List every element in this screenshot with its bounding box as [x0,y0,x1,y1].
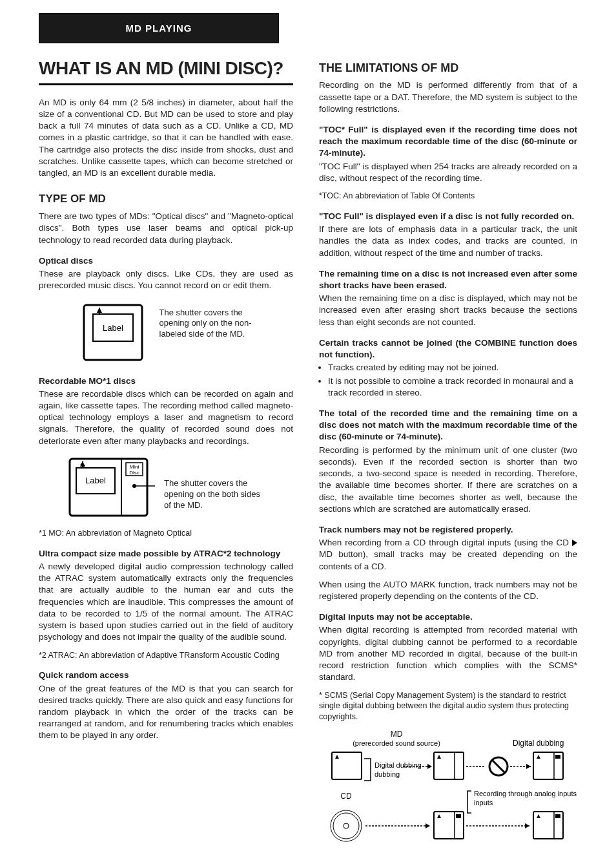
toc-not-full-heading: "TOC Full" is displayed even if a disc i… [319,211,577,222]
quick-body: One of the great features of the MD is t… [39,683,293,742]
optical-heading: Optical discs [39,255,293,267]
footnote-atrac: *2 ATRAC: An abbreviation of Adaptive TR… [39,650,293,661]
combine-bullet-2: It is not possible to combine a track re… [328,375,577,399]
main-title: WHAT IS AN MD (MINI DISC)? [39,56,293,81]
scms-note: * SCMS (Serial Copy Management System) i… [319,690,577,723]
remaining-body: When the remaining time on a disc is dis… [319,293,577,328]
svg-marker-24 [427,764,432,769]
svg-text:Digital dubbing: Digital dubbing [375,761,422,769]
svg-marker-32 [526,764,531,769]
svg-line-30 [492,760,505,773]
toc-not-full-body: If there are lots of emphasis data in a … [319,224,577,259]
track-body2: When using the AUTO MARK function, track… [319,579,577,602]
intro-paragraph: An MD is only 64 mm (2 5/8 inches) in di… [39,97,293,180]
optical-diagram: Label The shutter covers the opening onl… [39,299,293,366]
recordable-body: These are recordable discs which can be … [39,388,293,447]
quick-heading: Quick random access [39,669,293,681]
svg-point-11 [132,484,136,488]
optical-body: These are playback only discs. Like CDs,… [39,268,293,291]
digital-body: When digital recording is attempted from… [319,624,577,683]
digital-heading: Digital inputs may not be acceptable. [319,611,577,623]
optical-disc-svg: Label [76,299,150,366]
svg-rect-54 [555,814,560,818]
svg-marker-4 [97,308,102,313]
track-body1-suffix: MD button), small tracks may be created … [319,549,577,571]
total-heading: The total of the recorded time and the r… [319,408,577,443]
svg-marker-20 [335,755,339,759]
toc-full-heading: "TOC* Full" is displayed even if the rec… [319,124,577,160]
diag2-label-text: Label [85,476,106,485]
svg-marker-50 [525,823,529,828]
type-intro: There are two types of MDs: "Optical dis… [39,211,293,246]
svg-point-42 [344,823,349,828]
remaining-heading: The remaining time on a disc is not incr… [319,268,577,291]
svg-text:inputs: inputs [474,799,493,806]
right-column: THE LIMITATIONS OF MD Recording on the M… [319,56,577,861]
svg-rect-48 [456,814,461,818]
scms-diagram: MD (prerecorded sound source) Digital du… [319,729,577,855]
svg-text:Digital dubbing: Digital dubbing [513,739,564,748]
svg-text:CD: CD [340,792,352,801]
title-underline [39,83,293,85]
limitations-intro: Recording on the MD is performed differe… [319,79,577,115]
svg-rect-36 [555,755,560,759]
total-body: Recording is performed by the minimum un… [319,445,577,515]
combine-bullet-1: Tracks created by editing may not be joi… [328,362,577,374]
svg-marker-44 [426,823,430,828]
section-tab: MD PLAYING [39,13,279,43]
track-heading: Track numbers may not be registered prop… [319,524,577,536]
track-body1-prefix: When recording from a CD through digital… [319,538,572,547]
svg-marker-27 [437,755,441,759]
svg-text:MD: MD [391,730,403,739]
combine-bullets: Tracks created by editing may not be joi… [319,362,577,399]
left-column: WHAT IS AN MD (MINI DISC)? An MD is only… [39,56,293,861]
recordable-heading: Recordable MO*1 discs [39,375,293,387]
svg-text:dubbing: dubbing [375,770,400,778]
limitations-title: THE LIMITATIONS OF MD [319,60,577,76]
atrac-body: A newly developed digital audio compress… [39,561,293,644]
recordable-disc-svg: Label Mini Disc [65,454,155,522]
svg-marker-47 [437,814,441,818]
svg-marker-35 [537,755,540,759]
diag1-label-text: Label [103,323,123,333]
svg-text:(prerecorded sound source): (prerecorded sound source) [353,739,440,747]
atrac-heading: Ultra compact size made possible by ATRA… [39,548,293,560]
toc-note: *TOC: An abbreviation of Table Of Conten… [319,191,577,202]
recordable-diagram: Label Mini Disc The shutter covers the o… [39,454,293,522]
svg-marker-15 [80,461,85,467]
play-icon [572,540,577,546]
svg-text:Disc: Disc [129,470,139,476]
footnote-mo: *1 MO: An abbreviation of Magneto Optica… [39,528,293,539]
combine-heading: Certain tracks cannot be joined (the COM… [319,337,577,361]
svg-text:Mini: Mini [130,464,139,470]
svg-marker-53 [537,814,540,818]
toc-full-body: "TOC Full" is displayed when 254 tracks … [319,161,577,184]
type-heading: TYPE OF MD [39,192,293,207]
svg-point-41 [333,813,359,839]
track-body1: When recording from a CD through digital… [319,537,577,573]
svg-point-40 [331,810,362,841]
diag1-caption: The shutter covers the opening only on t… [159,299,256,341]
scms-diagram-svg: MD (prerecorded sound source) Digital du… [319,729,577,852]
diag2-caption: The shutter covers the opening on the bo… [164,454,267,511]
svg-text:Recording through analog input: Recording through analog inputs [474,790,577,797]
